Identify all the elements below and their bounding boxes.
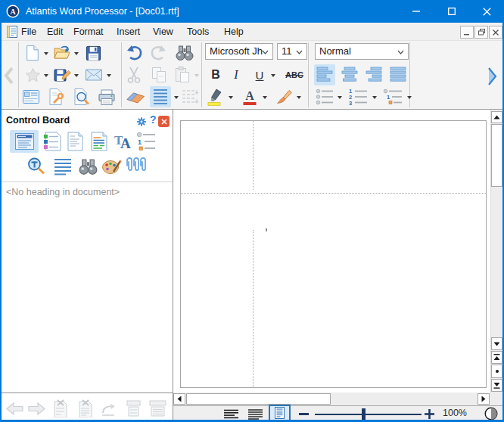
copy-button[interactable]	[148, 65, 170, 85]
menu-file[interactable]: File	[21, 26, 36, 39]
paste-dropdown[interactable]	[193, 65, 201, 85]
font-color-dropdown[interactable]	[261, 87, 269, 107]
format-painter-button[interactable]	[272, 87, 295, 107]
multilevel-list-dropdown[interactable]	[406, 87, 413, 107]
bold-button[interactable]: B	[207, 65, 224, 85]
paste-button[interactable]	[173, 65, 192, 85]
multilevel-list-button[interactable]: 1	[381, 87, 405, 107]
mdi-minimize-button[interactable]	[460, 26, 474, 39]
align-center-button[interactable]	[339, 64, 360, 85]
vertical-scroll-thumb[interactable]	[491, 124, 502, 187]
select-browse-object-button[interactable]	[491, 365, 502, 378]
new-document-button[interactable]	[23, 43, 42, 63]
goto-last-edit-button[interactable]	[100, 402, 117, 417]
favorites-button[interactable]	[23, 65, 42, 85]
horizontal-scroll-thumb[interactable]	[186, 393, 331, 405]
highlight-button[interactable]	[205, 87, 226, 107]
draft-view-button[interactable]	[222, 408, 239, 420]
erase-formatting-button[interactable]	[124, 87, 147, 107]
gear-icon[interactable]	[136, 116, 147, 127]
font-size-combo[interactable]: 11	[277, 43, 307, 60]
bookmarks-pane-button[interactable]	[42, 131, 63, 152]
maximize-button[interactable]	[434, 0, 468, 23]
email-dropdown[interactable]	[105, 65, 113, 85]
back-button[interactable]	[6, 402, 23, 415]
format-painter-dropdown[interactable]	[295, 87, 303, 107]
toolbar-scroll-right-button[interactable]	[485, 65, 500, 88]
scroll-down-button[interactable]	[491, 337, 502, 350]
online-view-button[interactable]	[247, 408, 263, 420]
bullet-list-button[interactable]	[313, 87, 336, 107]
menu-tools[interactable]: Tools	[187, 26, 209, 39]
strikethrough-button[interactable]: ABC	[282, 65, 306, 85]
scroll-right-button[interactable]	[478, 393, 490, 405]
underline-button[interactable]: U	[251, 65, 268, 85]
fields-pane-button[interactable]	[89, 131, 110, 152]
open-button[interactable]	[52, 43, 72, 63]
save-as-button[interactable]	[52, 65, 72, 85]
search-pane-button[interactable]	[76, 156, 99, 177]
styles-pane-button[interactable]	[65, 131, 85, 152]
save-as-dropdown[interactable]	[73, 65, 80, 85]
toolbar-scroll-left-button[interactable]	[2, 65, 15, 86]
next-bookmark-button[interactable]	[148, 399, 167, 417]
formatting-marks-dropdown[interactable]	[173, 87, 180, 107]
print-preview-button[interactable]	[71, 87, 92, 107]
style-combo[interactable]: Normal	[315, 43, 409, 60]
align-left-button[interactable]	[314, 64, 335, 85]
menu-help[interactable]: Help	[224, 26, 244, 39]
document-properties-button[interactable]	[20, 87, 42, 107]
zoom-pane-button[interactable]	[26, 156, 47, 177]
scroll-up-button[interactable]	[491, 111, 502, 123]
previous-bookmark-button[interactable]	[125, 399, 142, 417]
contrast-toggle-button[interactable]	[484, 407, 498, 420]
remove-bookmark-button[interactable]	[51, 399, 70, 417]
menu-edit[interactable]: Edit	[47, 26, 64, 39]
find-button[interactable]	[173, 43, 196, 63]
close-button[interactable]	[470, 0, 504, 23]
save-button[interactable]	[83, 43, 103, 63]
forward-button[interactable]	[28, 402, 45, 415]
fonts-pane-button[interactable]: TA	[113, 131, 134, 152]
italic-button[interactable]: I	[229, 65, 243, 85]
previous-page-button[interactable]	[491, 351, 502, 364]
highlight-dropdown[interactable]	[227, 87, 235, 107]
print-layout-view-button[interactable]	[269, 405, 291, 421]
align-justify-button[interactable]	[387, 64, 409, 85]
clips-pane-button[interactable]	[124, 156, 147, 177]
colors-pane-button[interactable]	[101, 156, 123, 177]
help-icon[interactable]: ?	[150, 113, 157, 126]
headings-pane-button[interactable]	[10, 130, 39, 153]
cut-button[interactable]	[123, 65, 145, 85]
zoom-slider-thumb[interactable]	[362, 408, 366, 420]
open-dropdown[interactable]	[73, 43, 80, 63]
favorites-dropdown[interactable]	[42, 65, 50, 85]
next-page-button[interactable]	[491, 379, 502, 392]
zoom-out-button[interactable]	[299, 413, 309, 415]
paragraph-pane-button[interactable]	[52, 156, 73, 177]
align-right-button[interactable]	[363, 64, 384, 85]
vertical-scrollbar[interactable]	[490, 110, 502, 393]
numbered-list-dropdown[interactable]	[371, 87, 378, 107]
horizontal-scrollbar[interactable]	[173, 393, 490, 405]
minimize-button[interactable]	[399, 0, 433, 23]
document-workspace[interactable]	[173, 110, 490, 393]
menu-format[interactable]: Format	[73, 26, 104, 39]
document-page[interactable]	[180, 120, 487, 388]
mdi-restore-button[interactable]	[474, 26, 488, 39]
print-button[interactable]	[96, 87, 117, 107]
zoom-slider-track[interactable]	[315, 414, 422, 415]
redo-button[interactable]	[148, 43, 170, 63]
outline-pane-button[interactable]: 1	[135, 131, 157, 152]
menu-view[interactable]: View	[153, 26, 173, 39]
numbered-list-button[interactable]: 123	[346, 87, 370, 107]
font-name-combo[interactable]: Microsoft Jh	[205, 43, 273, 60]
sort-paragraphs-button[interactable]	[180, 87, 201, 107]
font-color-button[interactable]: A	[239, 87, 260, 107]
formatting-marks-button[interactable]	[150, 86, 171, 107]
mdi-close-button[interactable]	[489, 26, 502, 39]
panel-close-button[interactable]	[158, 116, 170, 127]
document-options-button[interactable]	[46, 87, 67, 107]
scroll-left-button[interactable]	[173, 393, 185, 405]
undo-button[interactable]	[123, 43, 145, 63]
